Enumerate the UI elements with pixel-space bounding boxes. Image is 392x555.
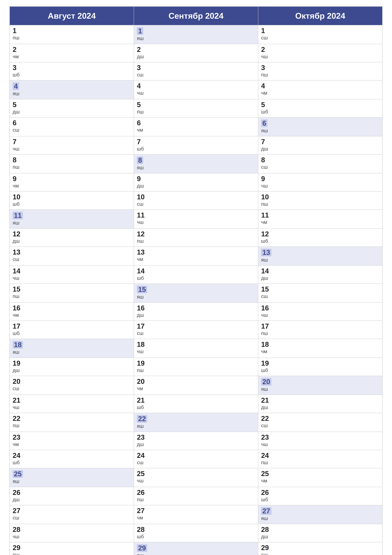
day-number: 18 [13,341,23,349]
day-abbr: пш [261,72,379,78]
day-number: 1 [13,27,131,34]
day-number: 29 [261,544,379,551]
day-number: 3 [137,64,255,71]
day-cell-m2-d18: 19шб [258,358,382,376]
day-abbr: шб [13,201,131,207]
day-abbr: шб [261,367,379,373]
day-abbr: шб [13,460,131,466]
day-number: 28 [137,526,255,533]
day-abbr: чм [137,386,255,391]
day-cell-m2-d12: 13яш [258,247,382,265]
day-number: 29 [137,544,147,552]
day-cell-m0-d20: 21чш [10,395,134,413]
day-number: 23 [137,434,255,441]
day-cell-m0-d4: 5дш [10,99,134,117]
day-number: 10 [137,193,255,200]
day-abbr: шб [261,497,379,503]
day-number: 3 [13,64,131,71]
day-cell-m2-d27: 28дш [258,524,382,542]
day-cell-m2-d1: 2чш [258,44,382,62]
day-cell-m1-d8: 9дш [134,173,258,191]
day-abbr: пш [13,423,131,428]
day-abbr: чш [261,441,379,447]
day-cell-m1-d22: 23дш [134,432,258,450]
day-cell-m0-d3: 4яш [10,80,134,99]
day-number: 9 [137,175,255,182]
day-number: 4 [261,82,379,89]
day-abbr: дш [137,54,255,59]
day-cell-m0-d21: 22пш [10,413,134,432]
day-abbr: дш [13,497,131,503]
day-cell-m2-d19: 20яш [258,376,382,395]
day-abbr: сш [13,127,131,133]
day-cell-m0-d17: 18яш [10,339,134,358]
day-cell-m2-d7: 8сш [258,154,382,173]
day-number: 18 [137,341,255,348]
day-abbr: яш [137,553,255,555]
day-abbr: шб [13,72,131,78]
day-abbr: яш [13,220,131,226]
day-abbr: чм [261,90,379,96]
day-abbr: сш [13,256,131,262]
day-abbr: сш [137,460,255,466]
day-abbr: яш [261,515,379,521]
day-abbr: пш [137,238,255,244]
day-cell-m1-d26: 27чм [134,505,258,524]
day-cell-m2-d9: 10пш [258,191,382,210]
day-cell-m0-d1: 2чм [10,44,134,62]
day-cell-m2-d23: 24пш [258,450,382,468]
day-number: 17 [13,323,131,330]
day-cell-m2-d8: 9чш [258,173,382,191]
day-number: 24 [261,452,379,459]
day-abbr: чм [137,515,255,521]
day-abbr: чм [13,441,131,447]
day-number: 6 [137,119,255,126]
day-number: 17 [261,323,379,330]
day-cell-m0-d19: 20сш [10,376,134,395]
day-cell-m0-d13: 14чш [10,265,134,284]
day-cell-m0-d0: 1пш [10,25,134,44]
day-number: 4 [13,82,19,90]
day-cell-m1-d11: 12пш [134,228,258,247]
day-number: 17 [137,323,255,330]
day-cell-m2-d21: 22сш [258,413,382,432]
day-cell-m1-d5: 6чм [134,117,258,136]
day-abbr: чш [137,349,255,354]
day-cell-m1-d9: 10сш [134,191,258,210]
day-number: 25 [137,470,255,477]
day-number: 26 [137,489,255,496]
day-cell-m2-d0: 1сш [258,25,382,44]
day-abbr: шб [137,146,255,152]
day-number: 21 [137,397,255,404]
day-number: 7 [137,138,255,145]
day-cell-m0-d14: 15пш [10,284,134,302]
day-abbr: дш [137,183,255,189]
day-cell-m0-d12: 13сш [10,247,134,265]
day-abbr: чш [261,312,379,318]
day-abbr: яш [137,165,255,171]
day-abbr: пш [137,109,255,115]
day-cell-m1-d7: 8яш [134,154,258,173]
day-number: 16 [137,305,255,312]
day-abbr: дш [261,146,379,152]
day-abbr: сш [261,552,379,555]
day-cell-m1-d20: 21шб [134,395,258,413]
day-number: 1 [137,27,143,35]
day-abbr: дш [13,109,131,115]
day-cell-m0-d8: 9чм [10,173,134,191]
day-number: 8 [261,156,379,163]
day-cell-m2-d17: 18чм [258,339,382,358]
day-cell-m2-d11: 12шб [258,228,382,247]
day-abbr: сш [261,35,379,41]
day-number: 28 [13,526,131,533]
month-header-2: Октябр 2024 [258,7,382,25]
day-number: 24 [13,452,131,459]
day-number: 14 [137,268,255,275]
day-cell-m0-d27: 28чш [10,524,134,542]
day-cell-m1-d10: 11чш [134,210,258,228]
day-number: 10 [13,193,131,200]
day-abbr: чш [137,90,255,96]
month-header-0: Август 2024 [10,7,134,25]
day-cell-m1-d6: 7шб [134,136,258,154]
calendar-grid: Август 2024Сентябр 2024Октябр 20241пш1яш… [9,6,383,555]
